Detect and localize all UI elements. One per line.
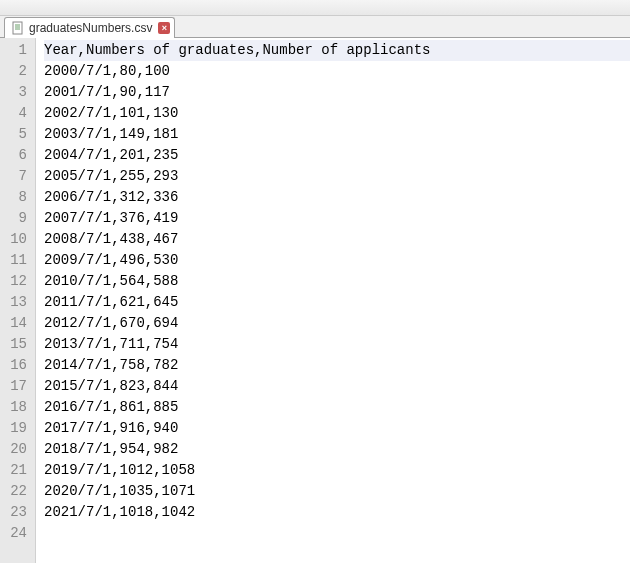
editor-line: 2017/7/1,916,940 [44,418,630,439]
line-number: 10 [4,229,27,250]
line-number: 1 [4,40,27,61]
editor-line: 2008/7/1,438,467 [44,229,630,250]
editor-line: 2018/7/1,954,982 [44,439,630,460]
line-number: 11 [4,250,27,271]
line-number: 14 [4,313,27,334]
close-icon[interactable]: × [158,22,170,34]
line-number: 2 [4,61,27,82]
editor-line: 2019/7/1,1012,1058 [44,460,630,481]
editor-line: 2015/7/1,823,844 [44,376,630,397]
file-tab[interactable]: graduatesNumbers.csv × [4,17,175,38]
editor-content[interactable]: Year,Numbers of graduates,Number of appl… [36,38,630,563]
line-number: 6 [4,145,27,166]
line-number: 22 [4,481,27,502]
editor-line: 2021/7/1,1018,1042 [44,502,630,523]
line-number: 12 [4,271,27,292]
editor-line: 2004/7/1,201,235 [44,145,630,166]
line-number: 19 [4,418,27,439]
line-number: 8 [4,187,27,208]
editor-line: 2014/7/1,758,782 [44,355,630,376]
editor-line: 2007/7/1,376,419 [44,208,630,229]
line-number: 24 [4,523,27,544]
line-number-gutter: 123456789101112131415161718192021222324 [0,38,36,563]
file-icon [11,21,25,35]
editor-line: 2010/7/1,564,588 [44,271,630,292]
editor-line: 2020/7/1,1035,1071 [44,481,630,502]
line-number: 18 [4,397,27,418]
toolbar [0,0,630,16]
editor-line [44,523,630,544]
editor-line: Year,Numbers of graduates,Number of appl… [44,40,630,61]
line-number: 16 [4,355,27,376]
line-number: 17 [4,376,27,397]
line-number: 9 [4,208,27,229]
tab-bar: graduatesNumbers.csv × [0,16,630,38]
line-number: 7 [4,166,27,187]
line-number: 23 [4,502,27,523]
line-number: 15 [4,334,27,355]
line-number: 21 [4,460,27,481]
editor-line: 2016/7/1,861,885 [44,397,630,418]
editor-line: 2003/7/1,149,181 [44,124,630,145]
editor-line: 2001/7/1,90,117 [44,82,630,103]
line-number: 4 [4,103,27,124]
editor-line: 2005/7/1,255,293 [44,166,630,187]
tab-filename: graduatesNumbers.csv [29,21,152,35]
svg-rect-0 [13,22,22,34]
line-number: 3 [4,82,27,103]
editor-line: 2006/7/1,312,336 [44,187,630,208]
line-number: 20 [4,439,27,460]
editor: 123456789101112131415161718192021222324 … [0,38,630,563]
line-number: 13 [4,292,27,313]
editor-line: 2013/7/1,711,754 [44,334,630,355]
editor-line: 2002/7/1,101,130 [44,103,630,124]
editor-line: 2009/7/1,496,530 [44,250,630,271]
line-number: 5 [4,124,27,145]
editor-line: 2000/7/1,80,100 [44,61,630,82]
editor-line: 2011/7/1,621,645 [44,292,630,313]
editor-line: 2012/7/1,670,694 [44,313,630,334]
